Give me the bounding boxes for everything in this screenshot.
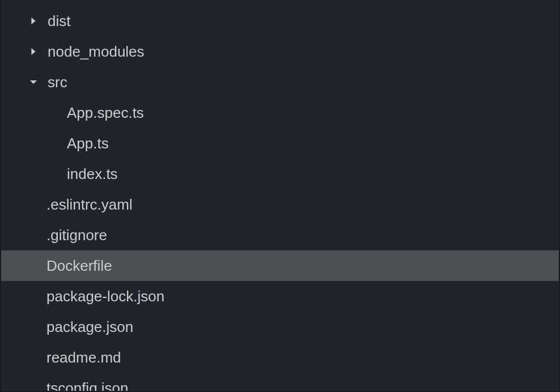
folder-label: dist xyxy=(48,12,70,30)
file-label: App.spec.ts xyxy=(67,104,144,122)
folder-label: src xyxy=(48,74,67,91)
file-item-package-json[interactable]: package.json xyxy=(1,312,559,342)
file-item-app-ts[interactable]: App.ts xyxy=(1,128,559,159)
file-label: App.ts xyxy=(67,135,109,152)
file-explorer-tree: dist node_modules src App.spec.ts App.ts… xyxy=(1,0,559,392)
folder-item-dist[interactable]: dist xyxy=(1,6,559,36)
folder-item-src[interactable]: src xyxy=(1,67,559,97)
file-label: tsconfig.json xyxy=(46,380,129,393)
file-item-index-ts[interactable]: index.ts xyxy=(1,159,559,189)
folder-label: node_modules xyxy=(48,43,145,61)
file-item-tsconfig[interactable]: tsconfig.json xyxy=(1,373,559,392)
file-item-gitignore[interactable]: .gitignore xyxy=(1,220,559,250)
folder-item-node-modules[interactable]: node_modules xyxy=(1,36,559,67)
chevron-right-icon xyxy=(29,17,37,25)
file-item-package-lock[interactable]: package-lock.json xyxy=(1,281,559,312)
file-item-app-spec-ts[interactable]: App.spec.ts xyxy=(1,97,559,128)
file-item-dockerfile[interactable]: Dockerfile xyxy=(1,250,559,281)
file-item-eslintrc[interactable]: .eslintrc.yaml xyxy=(1,189,559,220)
file-label: index.ts xyxy=(67,165,118,183)
file-label: .gitignore xyxy=(46,227,107,244)
file-label: readme.md xyxy=(46,349,121,367)
chevron-down-icon xyxy=(29,78,37,86)
file-label: .eslintrc.yaml xyxy=(46,196,133,214)
file-label: package-lock.json xyxy=(46,288,164,305)
file-label: Dockerfile xyxy=(46,257,112,275)
file-label: package.json xyxy=(46,318,133,336)
chevron-right-icon xyxy=(29,48,37,56)
file-item-readme[interactable]: readme.md xyxy=(1,342,559,373)
